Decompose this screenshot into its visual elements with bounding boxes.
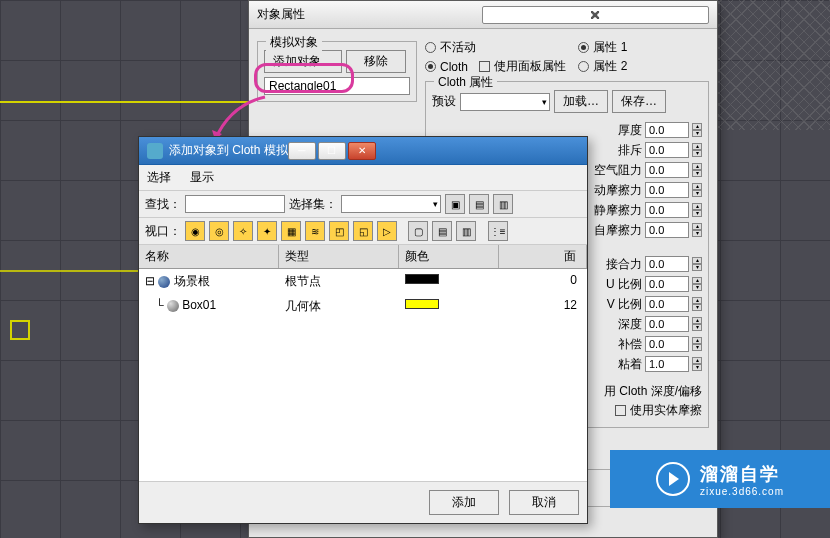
remove-button[interactable]: 移除 [346, 50, 406, 73]
menu-select[interactable]: 选择 [147, 170, 171, 184]
thickness-input[interactable] [645, 122, 689, 138]
viewport-toolbar: 视口： ◉ ◎ ✧ ✦ ▦ ≋ ◰ ◱ ▷ ▢ ▤ ▥ ⋮≡ [139, 218, 587, 245]
color-swatch [405, 299, 439, 309]
guide-line-2 [0, 270, 140, 272]
watermark: 溜溜自学 zixue.3d66.com [610, 450, 830, 508]
search-input[interactable] [185, 195, 285, 213]
child-titlebar[interactable]: 添加对象到 Cloth 模拟 ─ ☐ ✕ [139, 137, 587, 165]
col-name[interactable]: 名称 [139, 245, 279, 268]
tool-icon-2[interactable]: ◎ [209, 221, 229, 241]
watermark-brand: 溜溜自学 [700, 462, 784, 486]
radio-prop1[interactable]: 属性 1 [578, 39, 627, 56]
dynfric-input[interactable] [645, 182, 689, 198]
add-object-dialog: 添加对象到 Cloth 模拟 ─ ☐ ✕ 选择 显示 查找： 选择集： ▣ ▤ … [138, 136, 588, 524]
child-footer: 添加 取消 [139, 481, 587, 523]
child-cancel-button[interactable]: 取消 [509, 490, 579, 515]
radio-cloth[interactable]: Cloth 使用面板属性 [425, 58, 566, 75]
search-label: 查找： [145, 196, 181, 213]
menu-display[interactable]: 显示 [190, 170, 214, 184]
col-type[interactable]: 类型 [279, 245, 399, 268]
tool-icon-4[interactable]: ✦ [257, 221, 277, 241]
preset-label: 预设 [432, 93, 456, 110]
list-row[interactable]: ⊟ 场景根 根节点 0 [139, 269, 587, 294]
option-icon[interactable]: ⋮≡ [488, 221, 508, 241]
cloth-group-label: Cloth 属性 [434, 74, 497, 91]
radio-prop2[interactable]: 属性 2 [578, 58, 627, 75]
close-icon[interactable]: 🗙 [482, 6, 709, 24]
sphere-icon [167, 300, 179, 312]
maximize-button[interactable]: ☐ [318, 142, 346, 160]
view-mode-icon-2[interactable]: ▤ [432, 221, 452, 241]
filter-icon-3[interactable]: ▥ [493, 194, 513, 214]
spin-down-icon[interactable]: ▾ [692, 130, 702, 137]
vscale-input[interactable] [645, 296, 689, 312]
tool-icon-7[interactable]: ◰ [329, 221, 349, 241]
col-face[interactable]: 面 [499, 245, 587, 268]
load-button[interactable]: 加载… [554, 90, 608, 113]
tool-icon-8[interactable]: ◱ [353, 221, 373, 241]
preset-dropdown[interactable] [460, 93, 550, 111]
tool-icon-1[interactable]: ◉ [185, 221, 205, 241]
parent-titlebar[interactable]: 对象属性 🗙 [249, 1, 717, 29]
radio-inactive[interactable]: 不活动 [425, 39, 566, 56]
statfric-input[interactable] [645, 202, 689, 218]
simulate-objects-group: 模拟对象 添加对象… 移除 Rectangle01 [257, 41, 417, 102]
spin-up-icon[interactable]: ▴ [692, 123, 702, 130]
parent-title: 对象属性 [257, 6, 482, 23]
play-icon [656, 462, 690, 496]
globe-icon [158, 276, 170, 288]
tool-icon-5[interactable]: ▦ [281, 221, 301, 241]
uscale-input[interactable] [645, 276, 689, 292]
selset-label: 选择集： [289, 196, 337, 213]
search-toolbar: 查找： 选择集： ▣ ▤ ▥ [139, 191, 587, 218]
close-button[interactable]: ✕ [348, 142, 376, 160]
filter-icon-2[interactable]: ▤ [469, 194, 489, 214]
row-type: 几何体 [279, 296, 399, 317]
child-menubar: 选择 显示 [139, 165, 587, 191]
child-title: 添加对象到 Cloth 模拟 [169, 142, 288, 159]
depth-input[interactable] [645, 316, 689, 332]
selffric-input[interactable] [645, 222, 689, 238]
sim-group-label: 模拟对象 [266, 34, 322, 51]
use-panel-check[interactable] [479, 61, 490, 72]
object-list-item[interactable]: Rectangle01 [264, 77, 410, 95]
selection-set-dropdown[interactable] [341, 195, 441, 213]
filter-icon-1[interactable]: ▣ [445, 194, 465, 214]
row-name: 场景根 [174, 274, 210, 288]
tool-icon-6[interactable]: ≋ [305, 221, 325, 241]
selection-box [10, 320, 30, 340]
add-object-button[interactable]: 添加对象… [264, 50, 342, 73]
air-input[interactable] [645, 162, 689, 178]
view-mode-icon-3[interactable]: ▥ [456, 221, 476, 241]
list-header: 名称 类型 颜色 面 [139, 245, 587, 269]
row-type: 根节点 [279, 271, 399, 292]
tool-icon-3[interactable]: ✧ [233, 221, 253, 241]
color-swatch [405, 274, 439, 284]
offset-input[interactable] [645, 336, 689, 352]
tool-icon-9[interactable]: ▷ [377, 221, 397, 241]
view-mode-icon-1[interactable]: ▢ [408, 221, 428, 241]
row-face: 12 [499, 296, 587, 317]
viewport-label: 视口： [145, 223, 181, 240]
app-icon [147, 143, 163, 159]
sticky-input[interactable] [645, 356, 689, 372]
row-name: Box01 [182, 298, 216, 312]
repel-input[interactable] [645, 142, 689, 158]
wireframe-preview [710, 0, 830, 130]
seam-input[interactable] [645, 256, 689, 272]
object-list[interactable]: ⊟ 场景根 根节点 0 └ Box01 几何体 12 [139, 269, 587, 499]
add-button[interactable]: 添加 [429, 490, 499, 515]
watermark-url: zixue.3d66.com [700, 486, 784, 497]
save-button[interactable]: 保存… [612, 90, 666, 113]
minimize-button[interactable]: ─ [288, 142, 316, 160]
row-face: 0 [499, 271, 587, 292]
solid-friction-check[interactable] [615, 405, 626, 416]
list-row[interactable]: └ Box01 几何体 12 [139, 294, 587, 319]
col-color[interactable]: 颜色 [399, 245, 499, 268]
